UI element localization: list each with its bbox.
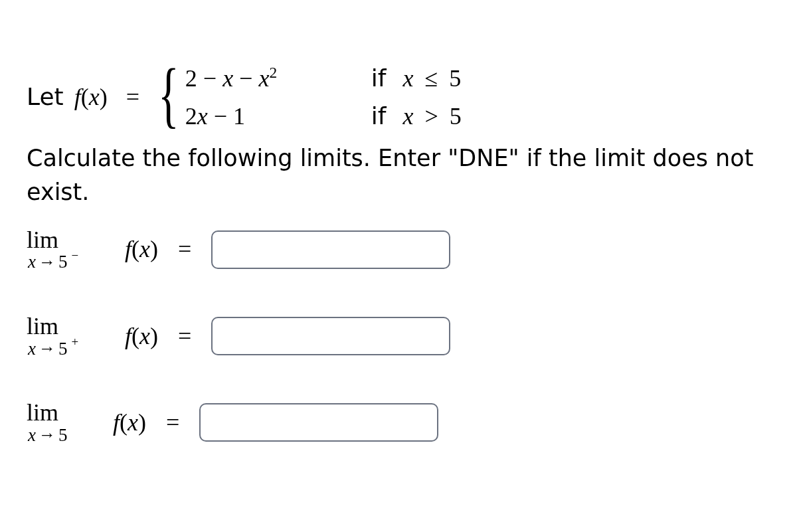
lim-word: lim — [27, 228, 58, 253]
func-letter: f — [74, 81, 81, 114]
f-of-x: f(x) — [125, 233, 158, 266]
lim-word: lim — [27, 314, 58, 339]
answer-input-two-sided-limit[interactable] — [199, 403, 438, 442]
limit-subscript: x → 5 — [27, 426, 71, 444]
limit-subscript: x → 5− — [27, 252, 78, 271]
equals-sign: = — [170, 233, 199, 266]
case2-expression: 2x − 1 — [185, 100, 371, 133]
arrow-icon: → — [39, 339, 56, 357]
arrow-icon: → — [39, 426, 56, 444]
limit-expression-left: lim x → 5− — [27, 228, 113, 272]
answer-input-left-limit[interactable] — [211, 230, 450, 269]
equals-sign: = — [118, 81, 147, 114]
f-of-x: f(x) — [125, 320, 158, 353]
var-letter: x — [89, 81, 100, 114]
squared-exponent: 2 — [269, 64, 277, 81]
limit-row-right: lim x → 5+ f(x) = — [27, 314, 770, 358]
answer-input-right-limit[interactable] — [211, 317, 450, 355]
left-brace-icon: { — [158, 62, 179, 128]
cases: 2 − x − x2 if x ≤ 5 2x − 1 if x — [185, 60, 462, 135]
function-definition: Let f(x) = { 2 − x − x2 if x ≤ 5 — [27, 60, 770, 135]
math-problem-page: Let f(x) = { 2 − x − x2 if x ≤ 5 — [0, 0, 797, 471]
case2-condition: if x > 5 — [371, 100, 462, 133]
f-of-x: f(x) — [113, 406, 146, 439]
case1-condition: if x ≤ 5 — [371, 62, 461, 95]
limit-expression-two-sided: lim x → 5 — [27, 400, 101, 444]
lim-word: lim — [27, 400, 58, 426]
limit-expression-right: lim x → 5+ — [27, 314, 113, 358]
arrow-icon: → — [39, 253, 56, 271]
instruction-text: Calculate the following limits. Enter "D… — [27, 141, 770, 209]
limit-row-two-sided: lim x → 5 f(x) = — [27, 400, 770, 444]
case-2: 2x − 1 if x > 5 — [185, 98, 462, 135]
f-of-x: f(x) — [74, 81, 108, 114]
case1-expression: 2 − x − x2 — [185, 62, 371, 95]
limit-row-left: lim x → 5− f(x) = — [27, 228, 770, 272]
case-1: 2 − x − x2 if x ≤ 5 — [185, 60, 462, 98]
piecewise-block: { 2 − x − x2 if x ≤ 5 2x − 1 — [158, 60, 462, 135]
let-word: Let — [27, 81, 64, 114]
equals-sign: = — [170, 320, 199, 353]
limit-subscript: x → 5+ — [27, 339, 78, 358]
equals-sign: = — [158, 406, 187, 439]
